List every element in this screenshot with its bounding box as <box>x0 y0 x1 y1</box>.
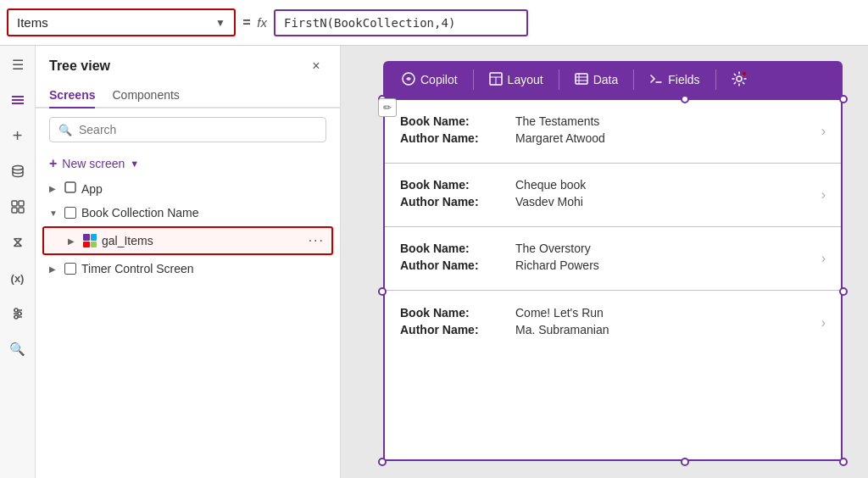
tree-item-app-label: App <box>81 182 326 196</box>
tab-components[interactable]: Components <box>112 83 179 108</box>
search-input[interactable] <box>79 123 317 136</box>
selection-handle-tm[interactable] <box>681 95 689 103</box>
book-name-value-1: Cheque book <box>515 178 586 192</box>
book-name-value-3: Come! Let's Run <box>515 306 604 320</box>
tree-item-app[interactable]: ▶ App <box>36 176 340 201</box>
fields-label: Fields <box>668 73 699 86</box>
selection-handle-tr[interactable] <box>839 95 848 103</box>
gallery-icon <box>83 234 97 247</box>
selection-handle-rm[interactable] <box>839 287 848 296</box>
tree-item-timer-control[interactable]: ▶ Timer Control Screen <box>36 257 340 281</box>
settings-button[interactable] <box>720 66 759 94</box>
expand-icon: ▶ <box>68 236 78 246</box>
tree-close-button[interactable]: × <box>306 56 326 76</box>
chevron-right-icon-1: › <box>821 187 826 203</box>
search-nav-icon[interactable]: 🔍 <box>6 337 30 361</box>
selection-handle-bl[interactable] <box>378 458 387 466</box>
author-label-2: Author Name: <box>400 258 510 272</box>
book-name-row-1: Book Name: Cheque book <box>400 178 821 192</box>
selection-handle-bm[interactable] <box>681 458 689 466</box>
svg-rect-6 <box>12 208 17 213</box>
svg-rect-2 <box>12 103 24 104</box>
author-label-3: Author Name: <box>400 323 510 336</box>
data-icon <box>575 72 588 88</box>
tree-item-gal-items-label: gal_Items <box>102 234 303 247</box>
selection-handle-br[interactable] <box>839 458 848 466</box>
svg-point-3 <box>13 166 23 170</box>
equals-sign: = <box>242 15 250 31</box>
new-screen-chevron-icon: ▼ <box>130 158 139 169</box>
data-button[interactable]: Data <box>563 67 631 93</box>
copilot-button[interactable]: Copilot <box>390 67 470 93</box>
book-info-1: Book Name: Cheque book Author Name: Vasd… <box>400 178 821 212</box>
book-info-3: Book Name: Come! Let's Run Author Name: … <box>400 306 821 340</box>
variables-icon[interactable]: (x) <box>6 266 30 290</box>
book-name-label-0: Book Name: <box>400 114 510 128</box>
slash-icon[interactable]: ⧖ <box>6 231 30 254</box>
menu-icon[interactable]: ☰ <box>6 53 30 76</box>
tree-item-timer-label: Timer Control Screen <box>81 262 326 275</box>
author-value-2: Richard Powers <box>515 258 599 272</box>
svg-rect-7 <box>19 208 24 213</box>
tree-title: Tree view <box>49 58 110 74</box>
author-value-3: Ma. Subramanian <box>515 323 609 336</box>
formula-bar: Items ▼ = fx FirstN(BookCollection,4) <box>0 0 868 46</box>
divider-3 <box>633 69 634 90</box>
svg-rect-5 <box>19 201 24 206</box>
adjust-icon[interactable] <box>6 302 30 325</box>
tree-item-book-collection[interactable]: ▼ Book Collection Name <box>36 201 340 225</box>
data-label: Data <box>593 73 619 86</box>
svg-point-13 <box>14 315 18 319</box>
book-name-label-1: Book Name: <box>400 178 510 192</box>
author-value-1: Vasdev Mohi <box>515 195 583 208</box>
gallery-item-1[interactable]: Book Name: Cheque book Author Name: Vasd… <box>385 164 841 227</box>
plus-icon: + <box>49 156 57 171</box>
formula-input[interactable]: FirstN(BookCollection,4) <box>274 9 528 36</box>
author-row-1: Author Name: Vasdev Mohi <box>400 195 821 208</box>
author-label-0: Author Name: <box>400 131 510 145</box>
property-dropdown[interactable]: Items ▼ <box>7 8 236 36</box>
author-row-2: Author Name: Richard Powers <box>400 258 821 272</box>
layers-icon[interactable] <box>6 88 30 112</box>
svg-point-9 <box>14 308 18 312</box>
fx-label: fx <box>257 15 267 30</box>
components-icon[interactable] <box>6 195 30 219</box>
search-icon: 🔍 <box>58 124 72 136</box>
book-name-label-3: Book Name: <box>400 306 510 320</box>
sidebar-icons: ☰ + ⧖ (x) <box>0 46 36 478</box>
copilot-icon <box>402 72 415 88</box>
settings-gear-icon <box>732 71 747 89</box>
author-value-0: Margaret Atwood <box>515 131 605 145</box>
add-icon[interactable]: + <box>6 124 30 147</box>
gallery-item-2[interactable]: Book Name: The Overstory Author Name: Ri… <box>385 227 841 291</box>
book-info-2: Book Name: The Overstory Author Name: Ri… <box>400 242 821 275</box>
divider-2 <box>559 69 559 90</box>
layout-button[interactable]: Layout <box>477 67 555 93</box>
edit-pencil-button[interactable]: ✏ <box>378 98 397 117</box>
main-layout: ☰ + ⧖ (x) <box>0 46 868 478</box>
selection-handle-lm[interactable] <box>378 287 387 296</box>
new-screen-button[interactable]: + New screen ▼ <box>36 151 340 176</box>
svg-rect-14 <box>65 182 75 192</box>
chevron-right-icon-0: › <box>821 124 826 139</box>
divider-1 <box>473 69 474 90</box>
screen-icon <box>64 207 76 219</box>
gallery-item-3[interactable]: Book Name: Come! Let's Run Author Name: … <box>385 291 841 354</box>
author-row-0: Author Name: Margaret Atwood <box>400 131 821 145</box>
svg-point-25 <box>742 71 746 75</box>
screen-icon <box>64 263 76 275</box>
author-label-1: Author Name: <box>400 195 510 208</box>
more-options-icon[interactable]: ··· <box>309 233 325 248</box>
svg-rect-4 <box>12 201 17 206</box>
book-name-value-0: The Testaments <box>515 114 599 128</box>
gallery-item-0[interactable]: Book Name: The Testaments Author Name: M… <box>385 100 841 164</box>
tree-item-gal-items[interactable]: ▶ gal_Items ··· <box>42 226 333 255</box>
tab-screens[interactable]: Screens <box>49 83 95 108</box>
tree-search-box[interactable]: 🔍 <box>49 117 326 142</box>
svg-rect-0 <box>12 96 24 97</box>
database-icon[interactable] <box>6 159 30 183</box>
fields-button[interactable]: Fields <box>637 67 711 93</box>
fields-icon <box>649 72 663 88</box>
tree-items: ▶ App ▼ Book Collection Name ▶ <box>36 176 340 478</box>
tree-panel: Tree view × Screens Components 🔍 + New s… <box>36 46 341 478</box>
